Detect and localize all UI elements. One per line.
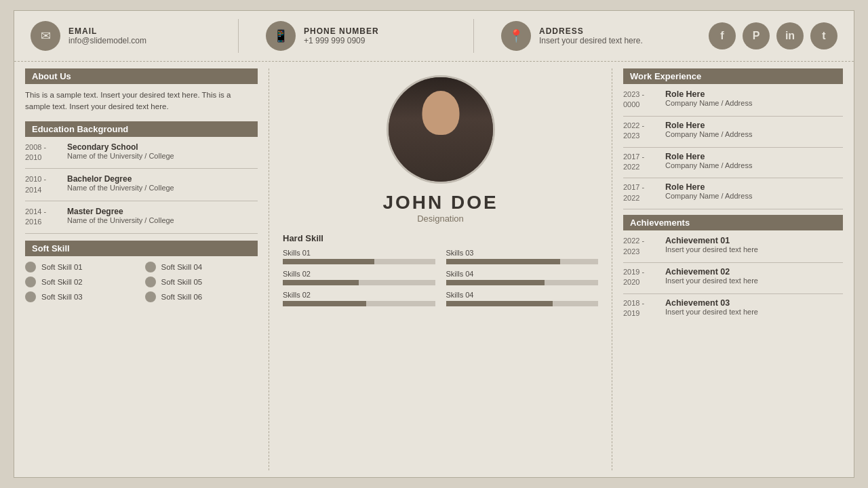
skill-bar-fill-4 (283, 301, 366, 306)
soft-skill-label-4: Soft Skill 03 (41, 293, 83, 301)
skill-bar-bg-2 (283, 280, 435, 285)
work-entry-0: 2023 -0000 Role Here Company Name / Addr… (623, 89, 843, 117)
achievements-section-header: Achievements (623, 215, 843, 230)
linkedin-icon[interactable]: in (776, 22, 804, 49)
skill-bar-fill-0 (283, 259, 374, 264)
skill-name-2: Skills 02 (283, 270, 435, 278)
edu-entry-2: 2014 -2016 Master Degree Name of the Uni… (25, 207, 258, 234)
soft-skill-4: Soft Skill 03 (25, 291, 138, 302)
address-label: ADDRESS (539, 26, 643, 36)
skill-bar-fill-3 (446, 280, 545, 285)
work-company-1: Company Name / Address (665, 130, 752, 138)
ach-text-2: Insert your desired text here (665, 308, 758, 316)
right-column: Work Experience 2023 -0000 Role Here Com… (612, 68, 843, 470)
ach-years-2: 2018 -2019 (623, 298, 658, 319)
edu-entry-1: 2010 -2014 Bachelor Degree Name of the U… (25, 174, 258, 201)
skill-name-3: Skills 04 (446, 270, 599, 278)
work-role-1: Role Here (665, 121, 752, 130)
work-years-0: 2023 -0000 (623, 89, 658, 110)
skill-bar-fill-2 (283, 280, 359, 285)
skills-grid: Skills 01 Skills 03 Skills 02 (283, 249, 598, 306)
soft-skill-1: Soft Skill 04 (145, 262, 258, 272)
work-details-2: Role Here Company Name / Address (665, 152, 752, 173)
edu-details-0: Secondary School Name of the University … (67, 142, 174, 163)
pinterest-icon[interactable]: P (743, 22, 770, 49)
profile-photo (387, 75, 495, 184)
soft-skill-0: Soft Skill 01 (25, 262, 138, 272)
soft-skill-dot-5 (145, 291, 156, 302)
edu-degree-2: Master Degree (67, 207, 174, 216)
skill-bar-bg-3 (446, 280, 599, 285)
work-years-1: 2022 -2023 (623, 121, 658, 142)
work-entry-1: 2022 -2023 Role Here Company Name / Addr… (623, 121, 843, 148)
hard-skill-title: Hard Skill (283, 233, 598, 243)
header: ✉ EMAIL info@slidemodel.com 📱 PHONE NUMB… (14, 11, 854, 62)
about-section-header: About Us (25, 68, 258, 84)
edu-degree-1: Bachelor Degree (67, 174, 174, 184)
edu-school-2: Name of the University / College (67, 216, 174, 224)
skill-bar-0: Skills 01 (283, 249, 435, 264)
address-contact: 📍 ADDRESS Insert your desired text here. (501, 21, 682, 51)
edu-entry-0: 2008 -2010 Secondary School Name of the … (25, 142, 258, 169)
edu-details-1: Bachelor Degree Name of the University /… (67, 174, 174, 195)
soft-skill-header: Soft Skill (25, 241, 258, 256)
hard-skills-section: Hard Skill Skills 01 Skills 03 (283, 233, 598, 306)
ach-details-1: Achievement 02 Insert your desired text … (665, 267, 758, 288)
edu-details-2: Master Degree Name of the University / C… (67, 207, 174, 228)
soft-skill-dot-2 (25, 277, 36, 287)
ach-years-1: 2019 -2020 (623, 267, 658, 288)
profile-name: JOHN DOE (382, 192, 498, 214)
ach-title-2: Achievement 03 (665, 298, 758, 308)
soft-skill-dot-1 (145, 262, 156, 272)
twitter-icon[interactable]: t (810, 22, 837, 49)
soft-skills-section: Soft Skill Soft Skill 01 Soft Skill 04 S… (25, 241, 258, 302)
achievement-0: 2022 -2023 Achievement 01 Insert your de… (623, 236, 843, 263)
facebook-icon[interactable]: f (709, 22, 736, 49)
soft-skill-dot-0 (25, 262, 36, 272)
work-years-2: 2017 -2022 (623, 152, 658, 173)
email-info: EMAIL info@slidemodel.com (68, 26, 146, 45)
profile-designation: Designation (417, 214, 464, 224)
edu-years-0: 2008 -2010 (25, 142, 60, 163)
email-label: EMAIL (68, 26, 146, 36)
work-company-3: Company Name / Address (665, 192, 752, 200)
address-value: Insert your desired text here. (539, 36, 643, 45)
skill-bar-bg-0 (283, 259, 435, 264)
address-icon: 📍 (501, 21, 531, 51)
ach-title-1: Achievement 02 (665, 267, 758, 277)
email-value: info@slidemodel.com (68, 36, 146, 45)
work-details-3: Role Here Company Name / Address (665, 182, 752, 203)
work-role-2: Role Here (665, 152, 752, 161)
skill-bar-fill-1 (446, 259, 560, 264)
phone-label: PHONE NUMBER (304, 26, 379, 36)
ach-text-1: Insert your desired text here (665, 277, 758, 285)
social-icons: f P in t (709, 22, 837, 49)
soft-skill-label-3: Soft Skill 05 (161, 278, 203, 286)
ach-details-0: Achievement 01 Insert your desired text … (665, 236, 758, 257)
achievement-1: 2019 -2020 Achievement 02 Insert your de… (623, 267, 843, 294)
soft-skill-label-5: Soft Skill 06 (161, 293, 203, 301)
about-text: This is a sample text. Insert your desir… (25, 89, 258, 113)
skill-bar-5: Skills 04 (446, 291, 599, 306)
edu-years-2: 2014 -2016 (25, 207, 60, 228)
work-details-0: Role Here Company Name / Address (665, 89, 752, 110)
work-company-2: Company Name / Address (665, 161, 752, 169)
phone-value: +1 999 999 0909 (304, 36, 379, 45)
skill-bar-bg-4 (283, 301, 435, 306)
work-entry-3: 2017 -2022 Role Here Company Name / Addr… (623, 182, 843, 209)
achievement-2: 2018 -2019 Achievement 03 Insert your de… (623, 298, 843, 325)
soft-skill-label-2: Soft Skill 02 (41, 278, 83, 286)
work-role-3: Role Here (665, 182, 752, 192)
work-details-1: Role Here Company Name / Address (665, 121, 752, 142)
skill-bar-bg-5 (446, 301, 599, 306)
email-icon: ✉ (31, 21, 60, 51)
phone-info: PHONE NUMBER +1 999 999 0909 (304, 26, 379, 45)
soft-skill-2: Soft Skill 02 (25, 277, 138, 287)
phone-contact: 📱 PHONE NUMBER +1 999 999 0909 (266, 21, 446, 51)
work-company-0: Company Name / Address (665, 99, 752, 107)
skill-bar-fill-5 (446, 301, 553, 306)
phone-icon: 📱 (266, 21, 296, 51)
main-content: About Us This is a sample text. Insert y… (14, 62, 854, 477)
ach-details-2: Achievement 03 Insert your desired text … (665, 298, 758, 319)
soft-skill-grid: Soft Skill 01 Soft Skill 04 Soft Skill 0… (25, 262, 258, 302)
